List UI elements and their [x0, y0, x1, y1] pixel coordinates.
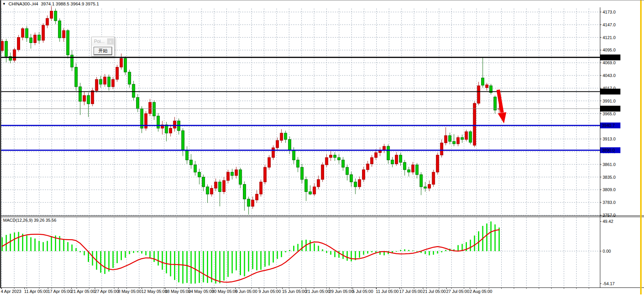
svg-text:4043.0: 4043.0	[603, 73, 616, 78]
svg-text:21 Jul 05:00: 21 Jul 05:00	[423, 289, 446, 294]
svg-text:8 May 05:00: 8 May 05:00	[118, 289, 142, 294]
svg-text:2 Aug 05:00: 2 Aug 05:00	[470, 289, 492, 294]
chart-title-symbol: CHINA300-,H4	[9, 2, 38, 6]
svg-text:3835.0: 3835.0	[603, 175, 616, 180]
svg-text:3809.0: 3809.0	[603, 187, 616, 192]
svg-text:12 May 05:00: 12 May 05:00	[142, 289, 167, 294]
svg-text:3940.7: 3940.7	[602, 123, 615, 128]
svg-text:17 Apr 05:00: 17 Apr 05:00	[48, 289, 72, 294]
chart-window: ▼ CHINA300-,H4 3974.1 3988.5 3964.9 3975…	[0, 0, 644, 296]
svg-text:4 Apr 2023: 4 Apr 2023	[1, 289, 21, 294]
chart-title-ohlc: 3974.1 3988.5 3964.9 3975.1	[41, 2, 99, 6]
svg-text:3965.0: 3965.0	[603, 111, 616, 116]
svg-text:4095.0: 4095.0	[603, 48, 616, 52]
svg-text:17 Jul 05:00: 17 Jul 05:00	[399, 289, 422, 294]
svg-text:49.42: 49.42	[603, 219, 613, 224]
svg-text:30 May 05:00: 30 May 05:00	[212, 289, 237, 294]
svg-text:11 Apr 05:00: 11 Apr 05:00	[24, 289, 48, 294]
chart-titlebar: ▼ CHINA300-,H4 3974.1 3988.5 3964.9 3975…	[2, 2, 99, 6]
svg-text:24 May 05:00: 24 May 05:00	[188, 289, 214, 294]
svg-text:4010.0: 4010.0	[602, 89, 615, 94]
svg-text:4173.0: 4173.0	[603, 10, 616, 14]
svg-text:3991.0: 3991.0	[603, 99, 616, 103]
svg-text:3783.0: 3783.0	[603, 200, 616, 205]
points-dialog: Poi... x 开始	[91, 37, 114, 56]
svg-text:21 Jun 05:00: 21 Jun 05:00	[306, 289, 330, 294]
start-button[interactable]: 开始	[94, 47, 112, 55]
svg-text:-54.17: -54.17	[603, 281, 615, 286]
dialog-title: Poi...	[94, 39, 104, 44]
svg-text:18 May 05:00: 18 May 05:00	[165, 289, 191, 294]
close-icon[interactable]: x	[107, 38, 114, 44]
svg-text:3913.0: 3913.0	[603, 137, 616, 141]
svg-text:5 Jul 05:00: 5 Jul 05:00	[352, 289, 373, 294]
svg-text:4069.0: 4069.0	[603, 60, 616, 65]
svg-text:3757.0: 3757.0	[603, 213, 616, 217]
dialog-titlebar: Poi... x	[92, 37, 114, 46]
svg-text:3975.1: 3975.1	[602, 106, 615, 111]
svg-text:21 Apr 05:00: 21 Apr 05:00	[71, 289, 95, 294]
svg-text:3890.0: 3890.0	[602, 148, 615, 152]
svg-text:4147.0: 4147.0	[603, 22, 616, 27]
svg-text:0.00: 0.00	[603, 249, 611, 253]
svg-text:15 Jun 05:00: 15 Jun 05:00	[282, 289, 307, 294]
svg-text:4121.0: 4121.0	[603, 35, 616, 40]
svg-text:9 Jun 05:00: 9 Jun 05:00	[259, 289, 281, 294]
svg-text:3861.0: 3861.0	[603, 162, 616, 167]
window-left-border	[0, 0, 1, 287]
svg-text:5 Jun 05:00: 5 Jun 05:00	[235, 289, 258, 294]
svg-text:27 Apr 05:00: 27 Apr 05:00	[94, 289, 118, 294]
svg-text:27 Jul 05:00: 27 Jul 05:00	[446, 289, 469, 294]
macd-indicator-label: MACD(12,26,9) 39.26 35.56	[3, 218, 56, 222]
svg-text:29 Jun 05:00: 29 Jun 05:00	[329, 289, 354, 294]
svg-text:4080.0: 4080.0	[602, 55, 615, 60]
svg-text:11 Jul 05:00: 11 Jul 05:00	[376, 289, 399, 294]
symbol-dropdown-icon[interactable]: ▼	[2, 2, 6, 6]
